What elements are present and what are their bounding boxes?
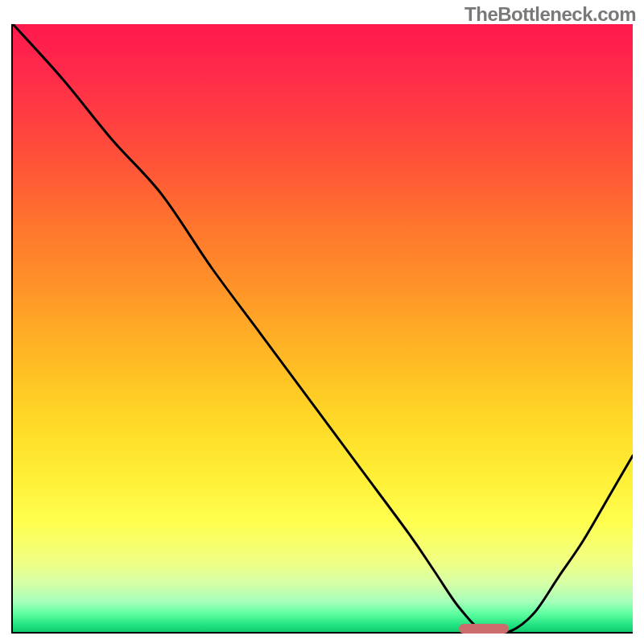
attribution-label: TheBottleneck.com: [464, 3, 636, 26]
optimal-range-marker: [459, 624, 509, 634]
y-axis-line: [11, 24, 13, 634]
plot-gradient-background: [13, 24, 633, 632]
x-axis-line: [11, 632, 633, 634]
chart-container: TheBottleneck.com: [0, 0, 644, 644]
